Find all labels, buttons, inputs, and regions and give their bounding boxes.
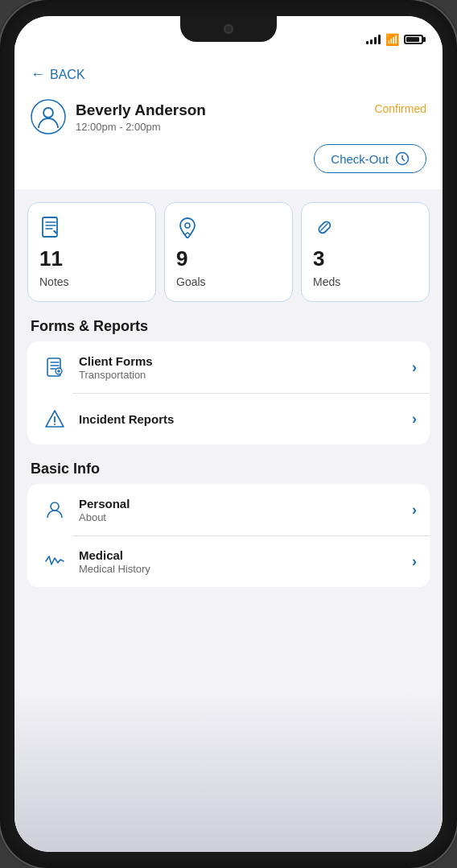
medical-title: Medical: [79, 548, 412, 562]
personal-icon: [40, 495, 69, 524]
incident-reports-icon: [40, 404, 69, 433]
confirmed-badge: Confirmed: [374, 102, 426, 115]
camera: [224, 24, 233, 34]
back-button[interactable]: ← BACK: [31, 63, 426, 86]
back-label: BACK: [50, 68, 85, 82]
checkout-row: Check-Out: [31, 144, 426, 176]
personal-title: Personal: [79, 497, 412, 510]
meds-card[interactable]: 3 Meds: [301, 202, 430, 302]
incident-reports-item[interactable]: Incident Reports ›: [27, 393, 430, 444]
personal-text: Personal About: [79, 497, 412, 523]
stats-section: 11 Notes 9 Goals: [14, 189, 443, 302]
client-row: Beverly Anderson 12:00pm - 2:00pm Confir…: [31, 99, 426, 134]
svg-point-10: [51, 502, 59, 510]
back-arrow-icon: ←: [31, 66, 45, 83]
top-section: ← BACK Beverly Anderson: [14, 56, 443, 189]
notes-label: Notes: [39, 275, 144, 288]
phone-frame: 📶 ← BACK: [0, 0, 457, 868]
notes-icon: [39, 216, 144, 242]
screen-content: ← BACK Beverly Anderson: [14, 56, 443, 852]
stats-row: 11 Notes 9 Goals: [27, 202, 430, 302]
svg-point-1: [43, 108, 53, 118]
incident-reports-text: Incident Reports: [79, 412, 412, 426]
medical-subtitle: Medical History: [79, 563, 412, 575]
svg-point-0: [31, 100, 65, 134]
client-forms-subtitle: Transportation: [79, 369, 412, 381]
client-name: Beverly Anderson: [76, 101, 206, 119]
phone-screen: 📶 ← BACK: [14, 16, 443, 852]
wifi-icon: 📶: [385, 33, 399, 46]
incident-reports-title: Incident Reports: [79, 412, 412, 426]
clock-icon: [395, 151, 410, 166]
client-forms-text: Client Forms Transportation: [79, 354, 412, 381]
client-forms-title: Client Forms: [79, 354, 412, 368]
svg-point-9: [54, 424, 56, 425]
checkout-button[interactable]: Check-Out: [314, 144, 426, 173]
goals-label: Goals: [176, 275, 281, 288]
client-info: Beverly Anderson 12:00pm - 2:00pm: [31, 99, 206, 134]
meds-icon: [313, 216, 418, 242]
incident-reports-chevron: ›: [412, 411, 417, 428]
meds-count: 3: [313, 248, 418, 269]
client-details: Beverly Anderson 12:00pm - 2:00pm: [76, 101, 206, 133]
battery-icon: [404, 35, 423, 44]
forms-section-title: Forms & Reports: [27, 318, 430, 335]
forms-list: Client Forms Transportation ›: [27, 341, 430, 444]
checkout-label: Check-Out: [331, 152, 389, 166]
client-avatar: [31, 99, 66, 134]
status-bar: 📶: [14, 16, 443, 56]
notes-card[interactable]: 11 Notes: [27, 202, 156, 302]
medical-text: Medical Medical History: [79, 548, 412, 575]
medical-item[interactable]: Medical Medical History ›: [27, 535, 430, 587]
personal-item[interactable]: Personal About ›: [27, 484, 430, 535]
basic-info-section: Basic Info Personal About: [14, 444, 443, 587]
svg-point-4: [185, 223, 190, 228]
svg-rect-3: [43, 217, 57, 237]
medical-icon: [40, 547, 69, 576]
client-forms-item[interactable]: Client Forms Transportation ›: [27, 341, 430, 393]
medical-chevron: ›: [412, 553, 417, 570]
signal-icon: [366, 35, 381, 44]
client-forms-chevron: ›: [412, 359, 417, 376]
goals-count: 9: [176, 248, 281, 269]
personal-chevron: ›: [412, 502, 417, 519]
goals-icon: [176, 216, 281, 242]
personal-subtitle: About: [79, 511, 412, 523]
basic-info-list: Personal About › Medical: [27, 484, 430, 587]
client-forms-icon: [40, 353, 69, 382]
notes-count: 11: [39, 248, 144, 269]
client-time: 12:00pm - 2:00pm: [76, 121, 206, 133]
forms-section: Forms & Reports C: [14, 302, 443, 444]
goals-card[interactable]: 9 Goals: [164, 202, 293, 302]
status-icons: 📶: [366, 33, 423, 46]
basic-info-title: Basic Info: [27, 461, 430, 477]
meds-label: Meds: [313, 275, 418, 288]
notch: [180, 16, 277, 42]
